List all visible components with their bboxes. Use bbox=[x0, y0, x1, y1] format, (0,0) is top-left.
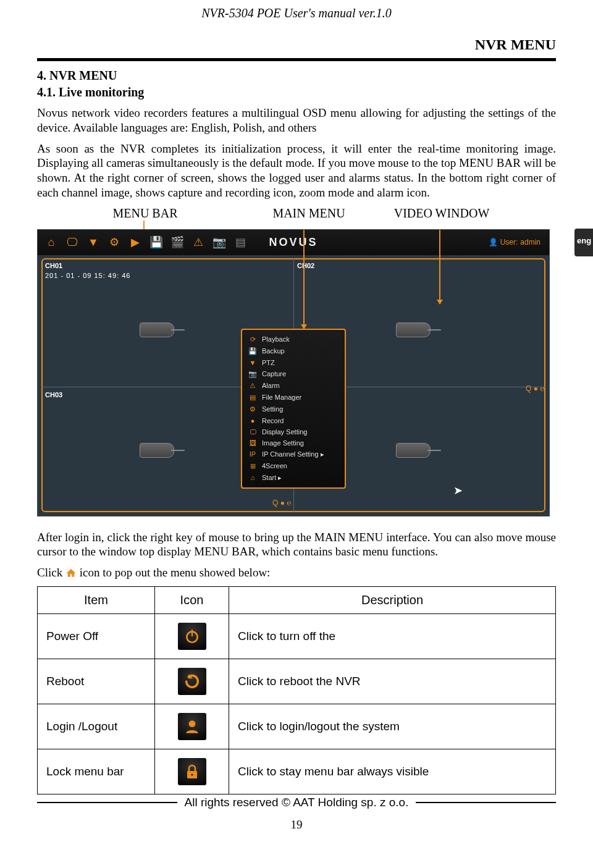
cell-icon bbox=[155, 659, 229, 704]
cell-description: Click to turn off the bbox=[229, 613, 556, 659]
menu-item-icon: ⊞ bbox=[248, 462, 257, 470]
main-menu-item[interactable]: 💾Backup bbox=[247, 345, 340, 357]
monitor-icon[interactable]: 🖵 bbox=[65, 235, 80, 250]
nvr-menubar[interactable]: ⌂ 🖵 ▼ ⚙ ▶ 💾 🎬 ⚠ 📷 ▤ NOVUS 👤 User:admin bbox=[38, 230, 549, 256]
status-icons-2: Q ● ℮ bbox=[526, 384, 544, 393]
label-video-window: VIDEO WINDOW bbox=[380, 206, 503, 221]
cell-description: Click to reboot the NVR bbox=[229, 659, 556, 704]
channel-label-3: CH03 bbox=[45, 391, 62, 398]
menu-item-label: Display Setting bbox=[262, 428, 307, 436]
main-menu-item[interactable]: 🖵Display Setting bbox=[247, 426, 340, 437]
menu-item-icon: IP bbox=[248, 450, 257, 458]
table-row: Power OffClick to turn off the bbox=[38, 613, 556, 659]
doc-header: NVR-5304 POE User's manual ver.1.0 bbox=[37, 6, 556, 20]
list-icon[interactable]: ▤ bbox=[233, 235, 248, 250]
status-icons-3: Q ● ℮ bbox=[272, 499, 291, 507]
label-menu-bar: MENU BAR bbox=[99, 206, 191, 221]
play-icon[interactable]: ▶ bbox=[128, 235, 143, 250]
main-menu-item[interactable]: ⚙Setting bbox=[247, 403, 340, 415]
title-rule bbox=[37, 58, 556, 61]
menu-item-label: 4Screen bbox=[262, 462, 287, 470]
menu-item-label: Start ▸ bbox=[262, 474, 282, 482]
menu-item-label: File Manager bbox=[262, 394, 301, 401]
menu-item-icon: ▼ bbox=[248, 359, 257, 366]
cell-item: Reboot bbox=[38, 659, 155, 704]
menu-item-icon: 📷 bbox=[248, 370, 257, 378]
user-name: admin bbox=[520, 238, 540, 246]
main-menu-item[interactable]: ⚠Alarm bbox=[247, 380, 340, 392]
menu-item-label: Capture bbox=[262, 370, 286, 377]
table-row: Lock menu barClick to stay menu bar alwa… bbox=[38, 749, 556, 794]
cell-icon bbox=[155, 613, 229, 659]
channel-label-2: CH02 bbox=[297, 262, 314, 269]
menu-item-icon: 🖼 bbox=[248, 439, 257, 447]
user-icon bbox=[178, 713, 206, 740]
footer-text: All rights reserved © AAT Holding sp. z … bbox=[185, 796, 409, 809]
menu-item-icon: ● bbox=[248, 417, 257, 424]
click-text-b: icon to pop out the menu showed below: bbox=[77, 566, 270, 579]
menu-item-label: Backup bbox=[262, 347, 285, 355]
screenshot-labels: MENU BAR MAIN MENU VIDEO WINDOW bbox=[37, 206, 556, 221]
cell-icon bbox=[155, 704, 229, 749]
menu-item-icon: ⟳ bbox=[248, 335, 257, 343]
home-icon[interactable]: ⌂ bbox=[44, 235, 59, 250]
menu-item-label: Record bbox=[262, 417, 284, 424]
menu-item-label: Alarm bbox=[262, 382, 280, 389]
gear-icon[interactable]: ⚙ bbox=[107, 235, 122, 250]
label-main-menu: MAIN MENU bbox=[256, 206, 361, 221]
nvr-screenshot: ⌂ 🖵 ▼ ⚙ ▶ 💾 🎬 ⚠ 📷 ▤ NOVUS 👤 User:admin bbox=[37, 229, 550, 516]
alarm-icon[interactable]: ⚠ bbox=[191, 235, 206, 250]
cursor-icon: ➤ bbox=[453, 484, 463, 497]
user-prefix: User: bbox=[500, 238, 518, 246]
description-table: Item Icon Description Power OffClick to … bbox=[37, 586, 556, 794]
th-description: Description bbox=[229, 586, 556, 613]
menu-item-label: Image Setting bbox=[262, 439, 304, 447]
timestamp: 201 - 01 - 09 15: 49: 46 bbox=[45, 272, 130, 279]
main-menu-item[interactable]: ⌂Start ▸ bbox=[247, 472, 340, 484]
menu-item-icon: 🖵 bbox=[248, 428, 257, 436]
table-row: Login /LogoutClick to login/logout the s… bbox=[38, 704, 556, 749]
main-menu-item[interactable]: 🖼Image Setting bbox=[247, 437, 340, 449]
menu-item-label: Setting bbox=[262, 405, 283, 413]
paragraph-2: As soon as the NVR completes its initial… bbox=[37, 141, 556, 200]
click-text-a: Click bbox=[37, 566, 65, 579]
camera-icon-3 bbox=[140, 443, 174, 458]
menu-item-label: PTZ bbox=[262, 359, 275, 366]
nvr-logo: NOVUS bbox=[269, 236, 318, 249]
cell-item: Power Off bbox=[38, 613, 155, 659]
footer: All rights reserved © AAT Holding sp. z … bbox=[37, 796, 556, 809]
main-menu-item[interactable]: 📷Capture bbox=[247, 368, 340, 380]
main-menu-item[interactable]: ▼PTZ bbox=[247, 357, 340, 368]
channel-label-1: CH01 bbox=[45, 262, 62, 269]
menu-item-label: IP Channel Setting ▸ bbox=[262, 450, 324, 458]
ptz-icon[interactable]: ▼ bbox=[86, 235, 101, 250]
main-menu-item[interactable]: ⊞4Screen bbox=[247, 460, 340, 472]
save-icon[interactable]: 💾 bbox=[149, 235, 164, 250]
lock-icon bbox=[178, 758, 206, 785]
menu-item-icon: 💾 bbox=[248, 347, 257, 355]
section-heading: 4. NVR MENU bbox=[37, 69, 556, 83]
cell-description: Click to stay menu bar always visible bbox=[229, 749, 556, 794]
language-tab[interactable]: eng bbox=[574, 229, 593, 256]
subsection-heading: 4.1. Live monitoring bbox=[37, 85, 556, 99]
main-menu-item[interactable]: ●Record bbox=[247, 415, 340, 426]
main-menu-item[interactable]: ▤File Manager bbox=[247, 392, 340, 403]
page-title: NVR MENU bbox=[37, 36, 556, 53]
cell-description: Click to login/logout the system bbox=[229, 704, 556, 749]
menubar-icons: ⌂ 🖵 ▼ ⚙ ▶ 💾 🎬 ⚠ 📷 ▤ bbox=[38, 235, 248, 250]
th-item: Item bbox=[38, 586, 155, 613]
home-icon-inline bbox=[65, 567, 77, 576]
main-menu-item[interactable]: IPIP Channel Setting ▸ bbox=[247, 449, 340, 460]
nvr-main-menu[interactable]: ⟳Playback💾Backup▼PTZ📷Capture⚠Alarm▤File … bbox=[241, 329, 346, 489]
cell-item: Lock menu bar bbox=[38, 749, 155, 794]
camera-icon-4 bbox=[396, 443, 431, 458]
screenshot-wrapper: ⌂ 🖵 ▼ ⚙ ▶ 💾 🎬 ⚠ 📷 ▤ NOVUS 👤 User:admin bbox=[37, 221, 556, 516]
user-badge[interactable]: 👤 User:admin bbox=[489, 238, 549, 246]
table-row: RebootClick to reboot the NVR bbox=[38, 659, 556, 704]
capture-icon[interactable]: 📷 bbox=[212, 235, 227, 250]
user-icon: 👤 bbox=[489, 238, 498, 246]
power-icon bbox=[178, 623, 206, 650]
main-menu-item[interactable]: ⟳Playback bbox=[247, 334, 340, 345]
record-icon[interactable]: 🎬 bbox=[170, 235, 185, 250]
svg-rect-1 bbox=[191, 630, 192, 636]
